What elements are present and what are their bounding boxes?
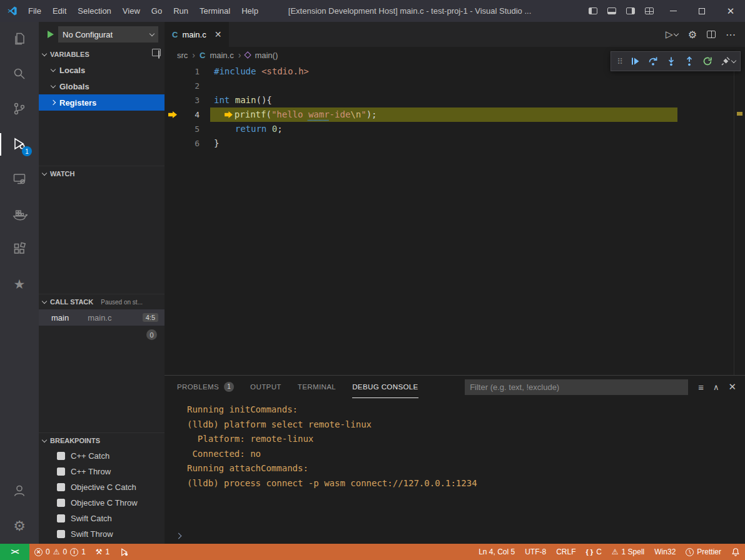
maximize-panel-icon[interactable]: ∧ (713, 382, 719, 392)
breakpoint-checkbox[interactable] (57, 514, 65, 522)
breakpoint-row[interactable]: Swift Throw (39, 526, 165, 542)
toggle-secondary-sidebar-button[interactable] (621, 0, 640, 22)
panel-tab-output[interactable]: OUTPUT (250, 376, 281, 398)
glyph-margin[interactable] (165, 64, 181, 79)
menu-go[interactable]: Go (146, 0, 168, 22)
tab-close-icon[interactable]: ✕ (215, 29, 222, 39)
step-into-button[interactable] (662, 52, 680, 70)
editor-settings-icon[interactable]: ⚙ (688, 29, 697, 41)
breakpoint-checkbox[interactable] (57, 499, 65, 507)
breakpoint-checkbox[interactable] (57, 452, 65, 460)
minimize-button[interactable] (659, 0, 687, 22)
panel-tab-terminal[interactable]: TERMINAL (298, 376, 336, 398)
restart-button[interactable] (698, 52, 716, 70)
glyph-margin[interactable] (165, 93, 181, 108)
breakpoint-checkbox[interactable] (57, 530, 65, 538)
code-line-6[interactable]: 6} (165, 136, 745, 151)
manage-button[interactable]: ⚙ (0, 509, 39, 544)
code-editor[interactable]: 1#include <stdio.h>23int main(){4 printf… (165, 63, 745, 375)
sidebar-item-extensions[interactable] (0, 232, 39, 267)
sidebar-item-source-control[interactable] (0, 92, 39, 127)
menu-edit[interactable]: Edit (47, 0, 72, 22)
sidebar-item-remote-explorer[interactable] (0, 162, 39, 197)
variables-item-registers[interactable]: Registers (39, 94, 165, 111)
line-number[interactable]: 5 (181, 122, 200, 136)
language-status[interactable]: { } C (581, 544, 607, 560)
variables-item-globals[interactable]: Globals (39, 78, 165, 94)
sidebar-item-search[interactable] (0, 57, 39, 92)
breakpoint-row[interactable]: Swift Catch (39, 511, 165, 526)
glyph-margin[interactable] (165, 79, 181, 93)
accounts-button[interactable] (0, 474, 39, 509)
drag-grip-icon[interactable]: ⠿ (614, 57, 626, 66)
toggle-panel-button[interactable] (602, 0, 621, 22)
problems-status[interactable]: ✕ 0 ⚠ 0 i 1 (29, 544, 91, 560)
watch-header[interactable]: WATCH (39, 166, 165, 181)
variables-view-action[interactable] (158, 51, 160, 58)
collapse-lines-icon[interactable]: ≡ (698, 382, 704, 392)
debug-console-input[interactable] (165, 528, 745, 544)
line-number[interactable]: 6 (181, 136, 200, 151)
eol-status[interactable]: CRLF (551, 544, 580, 560)
prettier-status[interactable]: ⧵ Prettier (681, 544, 726, 560)
menu-help[interactable]: Help (236, 0, 264, 22)
console-filter-input[interactable] (465, 379, 688, 395)
step-over-button[interactable] (644, 52, 662, 70)
glyph-margin[interactable] (165, 122, 181, 136)
close-button[interactable]: ✕ (716, 0, 745, 22)
stack-frame-row[interactable]: main main.c 4:5 (39, 309, 165, 326)
tool-status[interactable]: ⚒ 1 (91, 544, 114, 560)
variables-header[interactable]: VARIABLES (39, 47, 165, 62)
platform-status[interactable]: Win32 (649, 544, 681, 560)
menu-terminal[interactable]: Terminal (194, 0, 236, 22)
panel-tab-problems[interactable]: PROBLEMS1 (177, 376, 234, 398)
customize-layout-button[interactable] (640, 0, 659, 22)
sidebar-item-docker[interactable] (0, 197, 39, 232)
code-line-4[interactable]: 4 printf("hello wamr-ide\n"); (165, 108, 745, 122)
breadcrumb-file[interactable]: main.c (210, 51, 233, 60)
menu-view[interactable]: View (117, 0, 146, 22)
maximize-button[interactable] (687, 0, 716, 22)
step-out-button[interactable] (680, 52, 698, 70)
call-stack-header[interactable]: CALL STACK Paused on st... (39, 294, 165, 309)
variables-item-locals[interactable]: Locals (39, 62, 165, 78)
menu-file[interactable]: File (23, 0, 47, 22)
spell-status[interactable]: ⚠ 1 Spell (607, 544, 649, 560)
debug-configuration-dropdown[interactable]: No Configurat (58, 26, 158, 42)
code-line-2[interactable]: 2 (165, 79, 745, 93)
breadcrumb-symbol[interactable]: main() (255, 51, 278, 60)
sidebar-item-run-and-debug[interactable]: 1 (0, 127, 39, 162)
panel-tab-debug-console[interactable]: DEBUG CONSOLE (352, 376, 418, 398)
breakpoint-row[interactable]: Objective C Throw (39, 495, 165, 511)
breakpoint-checkbox[interactable] (57, 468, 65, 476)
line-number[interactable]: 1 (181, 64, 200, 79)
code-line-5[interactable]: 5 return 0; (165, 122, 745, 136)
glyph-margin[interactable] (165, 108, 181, 122)
menu-selection[interactable]: Selection (72, 0, 116, 22)
cursor-position[interactable]: Ln 4, Col 5 (474, 544, 520, 560)
menu-run[interactable]: Run (168, 0, 194, 22)
code-line-3[interactable]: 3int main(){ (165, 93, 745, 108)
debug-console-output[interactable]: Running initCommands:(lldb) platform sel… (165, 398, 745, 528)
tab-main-c[interactable]: C main.c ✕ (165, 22, 229, 47)
debug-status[interactable] (114, 544, 134, 560)
breakpoint-row[interactable]: C++ Throw (39, 464, 165, 479)
split-editor-icon[interactable] (707, 31, 716, 38)
glyph-margin[interactable] (165, 136, 181, 151)
more-actions-icon[interactable]: ⋯ (726, 29, 736, 41)
breakpoint-row[interactable]: Objective C Catch (39, 479, 165, 495)
line-number[interactable]: 2 (181, 79, 200, 93)
start-debugging-icon[interactable] (48, 31, 54, 38)
toggle-sidebar-button[interactable] (584, 0, 602, 22)
continue-button[interactable] (626, 52, 644, 70)
sidebar-item-explorer[interactable] (0, 22, 39, 57)
breakpoint-checkbox[interactable] (57, 483, 65, 491)
breakpoints-header[interactable]: BREAKPOINTS (39, 433, 165, 448)
line-number[interactable]: 3 (181, 93, 200, 108)
line-number[interactable]: 4 (181, 108, 200, 122)
encoding-status[interactable]: UTF-8 (520, 544, 551, 560)
remote-indicator[interactable]: >< (0, 544, 29, 560)
breakpoint-row[interactable]: C++ Catch (39, 448, 165, 464)
notifications-button[interactable] (726, 544, 745, 560)
close-panel-icon[interactable]: ✕ (728, 381, 736, 392)
